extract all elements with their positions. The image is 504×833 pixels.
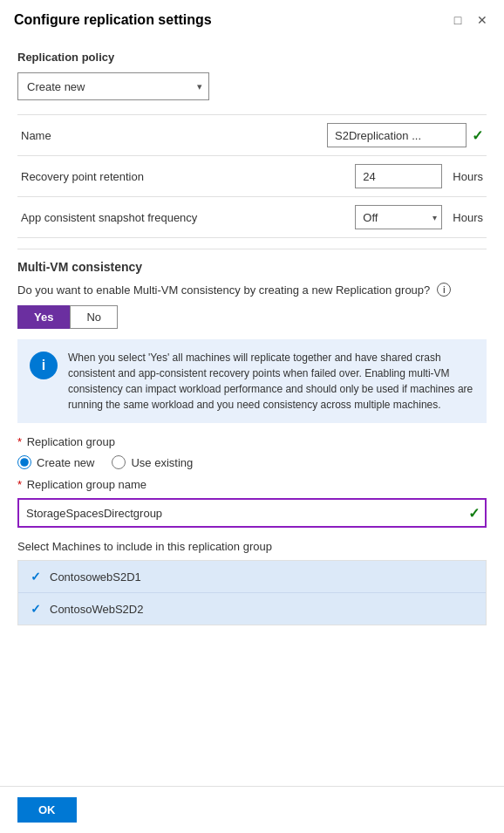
multi-vm-question-row: Do you want to enable Multi-VM consisten… <box>17 283 487 297</box>
group-name-label-text: Replication group name <box>27 478 146 491</box>
list-item: ✓ ContosoWebS2D2 <box>18 593 486 625</box>
snapshot-dropdown-wrapper: Off 1 2 4 6 ▾ <box>355 205 442 229</box>
machines-label: Select Machines to include in this repli… <box>17 540 487 553</box>
recovery-unit: Hours <box>447 170 483 183</box>
main-content: Replication policy Create new Use existi… <box>0 37 504 786</box>
list-item: ✓ ContosowebS2D1 <box>18 561 486 593</box>
configure-replication-dialog: Configure replication settings □ ✕ Repli… <box>0 0 504 833</box>
info-box: i When you select 'Yes' all machines wil… <box>17 339 487 423</box>
recovery-field-group: Hours <box>230 164 483 188</box>
group-name-check-icon: ✓ <box>468 505 480 522</box>
group-name-required-star: * <box>17 478 22 491</box>
close-icon: ✕ <box>477 13 487 27</box>
replication-group-label-text: Replication group <box>27 435 115 448</box>
replication-policy-dropdown[interactable]: Create new Use existing <box>17 72 209 100</box>
create-new-option[interactable]: Create new <box>17 455 94 469</box>
use-existing-option[interactable]: Use existing <box>112 455 193 469</box>
snapshot-label: App consistent snapshot frequency <box>17 197 227 238</box>
no-button[interactable]: No <box>70 305 118 329</box>
multi-vm-title: Multi-VM consistency <box>17 260 487 274</box>
name-row: Name ✓ <box>17 115 487 156</box>
recovery-row: Recovery point retention Hours <box>17 156 487 197</box>
name-input[interactable] <box>327 123 467 147</box>
recovery-label: Recovery point retention <box>17 156 227 197</box>
recovery-input[interactable] <box>355 164 442 188</box>
info-box-text: When you select 'Yes' all machines will … <box>68 350 474 413</box>
machine-list: ✓ ContosowebS2D1 ✓ ContosoWebS2D2 <box>17 560 487 625</box>
restore-button[interactable]: □ <box>450 12 466 28</box>
name-label: Name <box>17 115 227 156</box>
multi-vm-question-text: Do you want to enable Multi-VM consisten… <box>17 283 430 297</box>
snapshot-field-group: Off 1 2 4 6 ▾ Hours <box>230 205 483 229</box>
name-field-wrapper: ✓ <box>230 123 483 147</box>
section-divider <box>17 249 487 249</box>
footer: OK <box>0 786 504 833</box>
group-name-wrapper: ✓ <box>17 498 487 528</box>
close-button[interactable]: ✕ <box>474 12 490 28</box>
dialog-title: Configure replication settings <box>14 12 212 28</box>
machine-name-1: ContosowebS2D1 <box>50 570 141 584</box>
snapshot-row: App consistent snapshot frequency Off 1 … <box>17 197 487 238</box>
replication-group-label: * Replication group <box>17 435 487 448</box>
replication-policy-section-title: Replication policy <box>17 51 487 64</box>
create-new-label: Create new <box>37 456 94 469</box>
title-icons: □ ✕ <box>450 12 490 28</box>
info-circle-icon: i <box>30 352 58 379</box>
required-star: * <box>17 435 22 448</box>
yes-no-group: Yes No <box>17 305 487 329</box>
replication-policy-dropdown-wrapper: Create new Use existing ▾ <box>17 72 209 100</box>
info-icon[interactable]: i <box>437 283 451 297</box>
title-bar: Configure replication settings □ ✕ <box>0 0 504 37</box>
group-name-input[interactable] <box>17 498 487 528</box>
multi-vm-section: Multi-VM consistency Do you want to enab… <box>17 249 487 625</box>
machine-check-icon-2: ✓ <box>31 602 41 616</box>
create-new-radio[interactable] <box>17 455 31 469</box>
machine-check-icon-1: ✓ <box>31 570 41 584</box>
use-existing-label: Use existing <box>131 456 193 469</box>
restore-icon: □ <box>454 13 461 27</box>
ok-button[interactable]: OK <box>17 797 77 823</box>
snapshot-unit: Hours <box>447 211 483 224</box>
use-existing-radio[interactable] <box>112 455 126 469</box>
name-check-icon: ✓ <box>472 127 483 144</box>
yes-button[interactable]: Yes <box>17 305 70 329</box>
group-name-field-label: * Replication group name <box>17 478 487 491</box>
snapshot-dropdown[interactable]: Off 1 2 4 6 <box>355 205 442 229</box>
machine-name-2: ContosoWebS2D2 <box>50 603 143 616</box>
policy-form-table: Name ✓ Recovery point retention Hours <box>17 114 487 238</box>
radio-group: Create new Use existing <box>17 455 487 469</box>
